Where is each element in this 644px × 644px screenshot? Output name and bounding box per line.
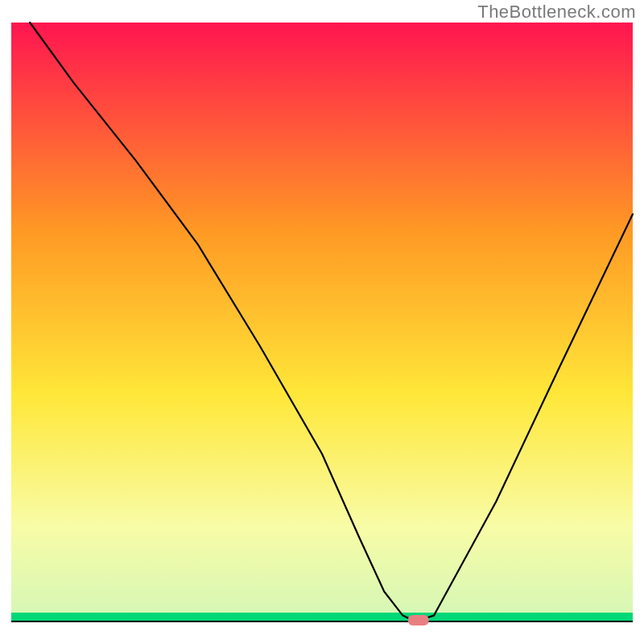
gradient-field [11,23,633,621]
watermark-text: TheBottleneck.com [477,2,636,23]
bottleneck-plot [0,0,644,644]
chart-stage: TheBottleneck.com [0,0,644,644]
optimal-marker [408,615,429,625]
